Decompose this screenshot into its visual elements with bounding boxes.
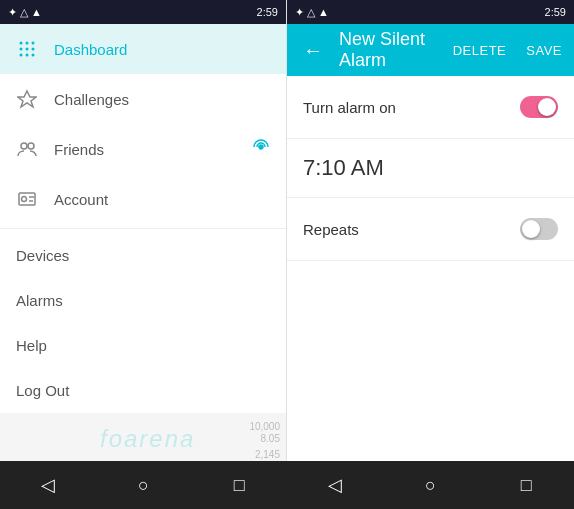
svg-point-8: [32, 54, 35, 57]
back-nav-right[interactable]: ◁: [319, 469, 351, 501]
wifi-indicator: [252, 138, 270, 160]
svg-point-3: [20, 48, 23, 51]
account-icon: [16, 188, 38, 210]
bottom-nav-right: ◁ ○ □: [287, 461, 574, 509]
chart-label-3: 2,145: [255, 449, 280, 460]
friends-label: Friends: [54, 141, 104, 158]
alarm-time-row[interactable]: 7:10 AM: [287, 139, 574, 198]
dashboard-label: Dashboard: [54, 41, 127, 58]
svg-point-14: [22, 197, 27, 202]
chart-label-2: 8.05: [261, 433, 280, 444]
chart-area: 10,000 8.05 2,145 10 30: [0, 413, 286, 461]
friends-icon: [16, 138, 38, 160]
dashboard-icon: [16, 38, 38, 60]
svg-point-10: [21, 143, 27, 149]
right-status-bar: ✦ △ ▲ 2:59: [287, 0, 574, 24]
right-panel: ✦ △ ▲ 2:59 ← New Silent Alarm DELETE SAV…: [287, 0, 574, 461]
repeats-toggle[interactable]: [520, 218, 558, 240]
sidebar-item-help[interactable]: Help: [0, 323, 286, 368]
sidebar-item-friends[interactable]: Friends: [0, 124, 286, 174]
right-time: 2:59: [545, 6, 566, 18]
svg-point-6: [20, 54, 23, 57]
nav-divider: [0, 228, 286, 229]
svg-point-12: [259, 145, 263, 149]
account-label: Account: [54, 191, 108, 208]
svg-point-7: [26, 54, 29, 57]
sidebar-item-devices[interactable]: Devices: [0, 233, 286, 278]
svg-point-2: [32, 42, 35, 45]
svg-point-4: [26, 48, 29, 51]
svg-point-11: [28, 143, 34, 149]
right-status-icons: ✦ △ ▲: [295, 6, 329, 19]
left-time: 2:59: [257, 6, 278, 18]
sidebar-item-challenges[interactable]: Challenges: [0, 74, 286, 124]
sidebar-item-alarms[interactable]: Alarms: [0, 278, 286, 323]
left-status-bar: ✦ △ ▲ 2:59: [0, 0, 286, 24]
sidebar-item-dashboard[interactable]: Dashboard: [0, 24, 286, 74]
home-nav-left[interactable]: ○: [127, 469, 159, 501]
challenges-icon: [16, 88, 38, 110]
alarm-title: New Silent Alarm: [339, 29, 441, 71]
alarm-time-label: 7:10 AM: [303, 155, 384, 180]
back-nav-left[interactable]: ◁: [32, 469, 64, 501]
repeats-label: Repeats: [303, 221, 359, 238]
sidebar-item-logout[interactable]: Log Out: [0, 368, 286, 413]
alarm-header: ← New Silent Alarm DELETE SAVE: [287, 24, 574, 76]
chart-label-1: 10,000: [249, 421, 280, 432]
svg-point-5: [32, 48, 35, 51]
left-panel: ✦ △ ▲ 2:59: [0, 0, 287, 461]
turn-alarm-label: Turn alarm on: [303, 99, 396, 116]
challenges-label: Challenges: [54, 91, 129, 108]
save-button[interactable]: SAVE: [522, 39, 566, 62]
recent-nav-left[interactable]: □: [223, 469, 255, 501]
sidebar-nav: Dashboard Challenges: [0, 24, 286, 413]
sidebar-item-account[interactable]: Account: [0, 174, 286, 224]
turn-alarm-row: Turn alarm on: [287, 76, 574, 139]
bottom-nav-left: ◁ ○ □: [0, 461, 287, 509]
home-nav-right[interactable]: ○: [414, 469, 446, 501]
svg-point-1: [26, 42, 29, 45]
svg-point-0: [20, 42, 23, 45]
recent-nav-right[interactable]: □: [510, 469, 542, 501]
turn-alarm-toggle[interactable]: [520, 96, 558, 118]
alarm-body: Turn alarm on 7:10 AM Repeats: [287, 76, 574, 461]
delete-button[interactable]: DELETE: [449, 39, 511, 62]
back-button[interactable]: ←: [295, 31, 331, 70]
svg-marker-9: [18, 91, 36, 107]
left-status-icons: ✦ △ ▲: [8, 6, 42, 19]
bottom-nav: ◁ ○ □ ◁ ○ □: [0, 461, 574, 509]
alarm-actions: DELETE SAVE: [449, 39, 566, 62]
repeats-row: Repeats: [287, 198, 574, 261]
